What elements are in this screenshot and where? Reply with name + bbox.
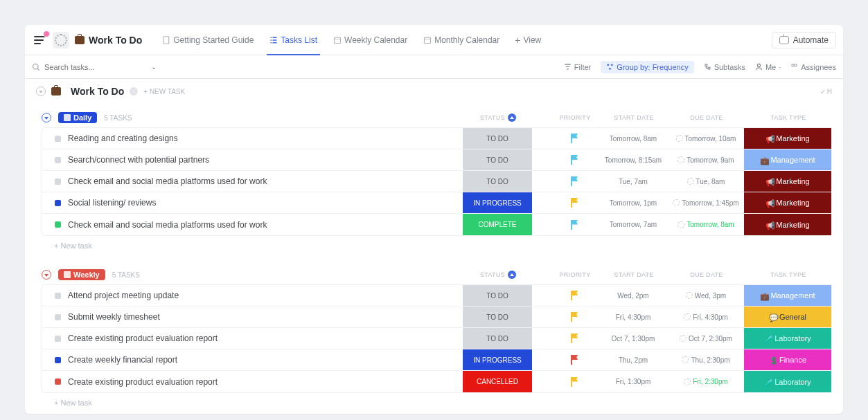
- task-row[interactable]: Create existing product evaluation repor…: [42, 371, 831, 392]
- task-name-cell[interactable]: Submit weekly timesheet: [42, 307, 463, 327]
- col-due-date[interactable]: DUE DATE: [668, 271, 745, 278]
- task-name-cell[interactable]: Check email and social media platforms u…: [42, 214, 463, 235]
- status-square-icon[interactable]: [55, 314, 61, 320]
- task-row[interactable]: Create weekly financial report IN PROGRE…: [42, 349, 831, 371]
- filter-button[interactable]: Filter: [564, 63, 591, 71]
- status-cell[interactable]: IN PROGRESS: [463, 192, 532, 213]
- task-row[interactable]: Search/connect with potential partners T…: [42, 149, 831, 171]
- automate-button[interactable]: Automate: [772, 32, 836, 48]
- menu-button[interactable]: [32, 32, 48, 48]
- priority-cell[interactable]: [550, 328, 599, 349]
- tab-monthly-calendar[interactable]: Monthly Calendar: [416, 25, 506, 55]
- task-type-cell[interactable]: 📢Marketing: [744, 192, 831, 213]
- chevron-down-icon[interactable]: ⌄: [151, 63, 157, 71]
- task-type-cell[interactable]: 💼Management: [744, 149, 831, 170]
- start-date-cell[interactable]: Tomorrow, 8:15am: [599, 149, 668, 170]
- priority-cell[interactable]: [550, 307, 599, 327]
- col-task-type[interactable]: TASK TYPE: [745, 271, 832, 278]
- due-date-cell[interactable]: Fri, 2:30pm: [668, 371, 744, 392]
- status-cell[interactable]: CANCELLED: [463, 371, 532, 392]
- col-start-date[interactable]: START DATE: [599, 271, 668, 278]
- tab-weekly-calendar[interactable]: Weekly Calendar: [326, 25, 414, 55]
- task-name-cell[interactable]: Social listening/ reviews: [42, 192, 463, 213]
- due-date-cell[interactable]: Tomorrow, 10am: [668, 128, 744, 149]
- task-type-cell[interactable]: 💬General: [744, 307, 831, 327]
- search-input-wrap[interactable]: ⌄: [32, 63, 157, 71]
- start-date-cell[interactable]: Tomorrow, 1pm: [599, 192, 668, 213]
- start-date-cell[interactable]: Wed, 2pm: [599, 285, 668, 306]
- new-task-link[interactable]: + NEW TASK: [143, 88, 185, 95]
- status-square-icon[interactable]: [55, 378, 61, 385]
- collapse-all-button[interactable]: [36, 86, 46, 96]
- group-collapse-button[interactable]: [42, 270, 51, 280]
- group-by-button[interactable]: Group by: Frequency: [601, 61, 693, 73]
- status-cell[interactable]: TO DO: [463, 171, 532, 192]
- task-name-cell[interactable]: Search/connect with potential partners: [42, 149, 463, 170]
- search-input[interactable]: [44, 63, 121, 71]
- col-due-date[interactable]: DUE DATE: [668, 114, 745, 121]
- task-name-cell[interactable]: Reading and creating designs: [42, 128, 463, 149]
- start-date-cell[interactable]: Tomorrow, 8am: [599, 128, 668, 149]
- status-cell[interactable]: COMPLETE: [463, 214, 532, 235]
- tab-tasks-list[interactable]: Tasks List: [262, 25, 324, 55]
- tab-getting-started[interactable]: Getting Started Guide: [154, 25, 260, 55]
- assignees-button[interactable]: Assignees: [790, 63, 836, 71]
- status-cell[interactable]: IN PROGRESS: [463, 349, 532, 370]
- group-badge[interactable]: Weekly: [58, 269, 105, 280]
- task-row[interactable]: Attend project meeting update TO DO Wed,…: [42, 285, 831, 307]
- hide-link[interactable]: ✓ H: [820, 88, 832, 95]
- sort-asc-icon[interactable]: [508, 113, 516, 122]
- col-status[interactable]: STATUS: [463, 271, 533, 279]
- status-square-icon[interactable]: [55, 293, 61, 299]
- new-task-row[interactable]: + New task: [42, 393, 832, 407]
- task-name-cell[interactable]: Create weekly financial report: [42, 349, 463, 370]
- start-date-cell[interactable]: Fri, 4:30pm: [599, 307, 668, 327]
- task-type-cell[interactable]: 📢Marketing: [744, 171, 831, 192]
- due-date-cell[interactable]: Tomorrow, 1:45pm: [668, 192, 744, 213]
- task-type-cell[interactable]: 💲Finance: [744, 349, 831, 370]
- status-square-icon[interactable]: [55, 336, 61, 342]
- status-square-icon[interactable]: [55, 157, 61, 163]
- task-type-cell[interactable]: 💼Management: [744, 285, 831, 306]
- task-row[interactable]: Check email and social media platforms u…: [42, 171, 831, 192]
- priority-cell[interactable]: [550, 149, 599, 170]
- due-date-cell[interactable]: Tomorrow, 8am: [668, 214, 744, 235]
- status-cell[interactable]: TO DO: [463, 307, 532, 327]
- priority-cell[interactable]: [550, 285, 599, 306]
- priority-cell[interactable]: [550, 214, 599, 235]
- task-name-cell[interactable]: Check email and social media platforms u…: [42, 171, 463, 192]
- subtasks-button[interactable]: Subtasks: [704, 63, 745, 71]
- col-priority[interactable]: PRIORITY: [551, 114, 599, 121]
- col-status[interactable]: STATUS: [463, 113, 533, 122]
- task-type-cell[interactable]: 🧪Laboratory: [744, 371, 831, 392]
- task-type-cell[interactable]: 🧪Laboratory: [744, 328, 831, 349]
- start-date-cell[interactable]: Oct 7, 1:30pm: [599, 328, 668, 349]
- new-task-row[interactable]: + New task: [42, 236, 832, 250]
- status-cell[interactable]: TO DO: [463, 285, 532, 306]
- start-date-cell[interactable]: Tomorrow, 7am: [599, 214, 668, 235]
- priority-cell[interactable]: [550, 171, 599, 192]
- task-row[interactable]: Create existing product evaluation repor…: [42, 328, 831, 349]
- me-button[interactable]: Me ·: [755, 63, 781, 71]
- due-date-cell[interactable]: Thu, 2:30pm: [668, 349, 744, 370]
- due-date-cell[interactable]: Tue, 8am: [668, 171, 744, 192]
- due-date-cell[interactable]: Tomorrow, 9am: [668, 149, 744, 170]
- col-start-date[interactable]: START DATE: [599, 114, 668, 121]
- task-type-cell[interactable]: 📢Marketing: [744, 128, 831, 149]
- priority-cell[interactable]: [550, 349, 599, 370]
- due-date-cell[interactable]: Wed, 3pm: [668, 285, 744, 306]
- info-icon[interactable]: i: [130, 87, 138, 95]
- status-cell[interactable]: TO DO: [463, 328, 532, 349]
- task-row[interactable]: Check email and social media platforms u…: [42, 214, 831, 235]
- task-row[interactable]: Social listening/ reviews IN PROGRESS To…: [42, 192, 831, 214]
- start-date-cell[interactable]: Tue, 7am: [599, 171, 668, 192]
- task-name-cell[interactable]: Create existing product evaluation repor…: [42, 371, 463, 392]
- task-name-cell[interactable]: Create existing product evaluation repor…: [42, 328, 463, 349]
- group-collapse-button[interactable]: [42, 113, 51, 122]
- due-date-cell[interactable]: Fri, 4:30pm: [668, 307, 744, 327]
- status-cell[interactable]: TO DO: [463, 128, 532, 149]
- add-view-button[interactable]: + View: [508, 25, 548, 55]
- sort-asc-icon[interactable]: [508, 271, 516, 279]
- start-date-cell[interactable]: Fri, 1:30pm: [599, 371, 668, 392]
- priority-cell[interactable]: [550, 371, 599, 392]
